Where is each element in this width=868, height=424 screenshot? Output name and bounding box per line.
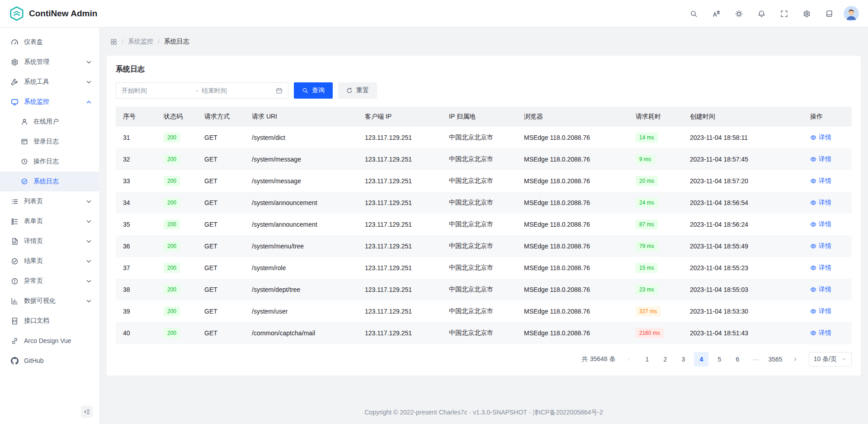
detail-link[interactable]: 详情 (810, 264, 831, 272)
apps-icon[interactable] (110, 38, 117, 45)
reset-button[interactable]: 重置 (338, 82, 377, 99)
status-badge: 200 (164, 198, 180, 208)
sidebar-item-system-logs[interactable]: 系统日志 (0, 172, 99, 191)
sidebar-item-operation-logs[interactable]: 操作日志 (0, 152, 99, 172)
column-header-ip: 客户端 IP (358, 107, 442, 127)
eye-icon (810, 221, 816, 228)
page-button-2[interactable]: 2 (658, 352, 672, 367)
sidebar-item-label: 在线用户 (33, 118, 93, 126)
cell-region: 中国北京北京市 (442, 279, 517, 300)
sidebar-item-login-logs[interactable]: 登录日志 (0, 132, 99, 152)
sidebar-item-exception-page[interactable]: 异常页 (0, 271, 99, 291)
detail-link[interactable]: 详情 (810, 286, 831, 294)
search-button[interactable]: 查询 (294, 82, 333, 99)
tool-icon (11, 78, 19, 86)
cell-uri: /system/dept/tree (245, 279, 358, 300)
sidebar-item-system-management[interactable]: 系统管理 (0, 52, 99, 72)
sidebar-item-online-users[interactable]: 在线用户 (0, 112, 99, 132)
theme-button[interactable] (731, 5, 747, 22)
page-ellipsis[interactable]: ··· (748, 352, 763, 367)
detail-link[interactable]: 详情 (810, 155, 831, 163)
detail-link[interactable]: 详情 (810, 133, 831, 142)
column-header-action: 操作 (803, 107, 852, 127)
result-icon (11, 257, 19, 265)
page-button-3[interactable]: 3 (676, 352, 690, 367)
table-row: 32200GET/system/message123.117.129.251中国… (116, 148, 852, 170)
sidebar-item-dashboard[interactable]: 仪表盘 (0, 32, 99, 52)
sidebar: 仪表盘系统管理系统工具系统监控在线用户登录日志操作日志系统日志列表页表单页详情页… (0, 28, 99, 424)
fullscreen-button[interactable] (776, 5, 792, 22)
brand[interactable]: ContiNew Admin (9, 6, 97, 21)
sidebar-item-label: 结果页 (24, 257, 80, 265)
breadcrumb-separator: / (122, 38, 123, 45)
search-icon (302, 87, 308, 94)
search-button[interactable] (685, 5, 702, 22)
date-range-picker[interactable]: - (116, 82, 288, 99)
detail-link-label: 详情 (819, 199, 831, 207)
cell-method: GET (197, 148, 245, 170)
breadcrumb-separator: / (158, 38, 160, 45)
sidebar-collapse-button[interactable] (81, 406, 93, 418)
column-header-region: IP 归属地 (442, 107, 517, 127)
sidebar-item-github[interactable]: GitHub (0, 351, 99, 371)
start-time-input[interactable] (122, 87, 192, 94)
chevron-down-icon (841, 357, 847, 362)
list-icon (11, 198, 19, 205)
translate-button[interactable] (708, 5, 724, 22)
sidebar-item-detail-page[interactable]: 详情页 (0, 231, 99, 251)
user-avatar[interactable] (844, 6, 859, 21)
sidebar-item-label: 系统日志 (33, 177, 93, 186)
detail-link[interactable]: 详情 (810, 329, 831, 337)
detail-link[interactable]: 详情 (810, 220, 831, 229)
prev-page-button[interactable] (622, 352, 636, 367)
sidebar-item-system-tools[interactable]: 系统工具 (0, 72, 99, 92)
sidebar-item-label: 列表页 (24, 197, 80, 205)
detail-link[interactable]: 详情 (810, 199, 831, 207)
column-header-time: 创建时间 (683, 107, 803, 127)
page-button-3565[interactable]: 3565 (766, 352, 784, 367)
notifications-button[interactable] (753, 5, 769, 22)
breadcrumb-item-monitor[interactable]: 系统监控 (128, 38, 153, 46)
cell-status: 200 (156, 148, 197, 170)
sidebar-item-form-page[interactable]: 表单页 (0, 211, 99, 231)
sidebar-item-list-page[interactable]: 列表页 (0, 191, 99, 211)
sidebar-item-system-monitor[interactable]: 系统监控 (0, 92, 99, 112)
eye-icon (810, 178, 816, 184)
table-row: 37200GET/system/role123.117.129.251中国北京北… (116, 257, 852, 279)
detail-link[interactable]: 详情 (810, 307, 831, 315)
detail-link[interactable]: 详情 (810, 242, 831, 250)
next-page-button[interactable] (788, 352, 802, 367)
sidebar-item-result-page[interactable]: 结果页 (0, 251, 99, 271)
sidebar-item-data-visualization[interactable]: 数据可视化 (0, 291, 99, 311)
cell-time: 2023-11-04 18:55:49 (683, 235, 803, 257)
settings-button[interactable] (798, 5, 815, 22)
end-time-input[interactable] (202, 87, 272, 94)
cell-no: 32 (116, 148, 156, 170)
chart-icon (11, 297, 19, 305)
cell-duration: 24 ms (628, 192, 683, 214)
sidebar-item-api-docs[interactable]: 接口文档 (0, 311, 99, 331)
column-header-no: 序号 (116, 107, 156, 127)
main-content: / 系统监控 / 系统日志 系统日志 - 查询 (99, 28, 868, 424)
detail-link-label: 详情 (819, 133, 831, 142)
page-button-4[interactable]: 4 (694, 352, 708, 367)
fullscreen-icon (780, 10, 788, 18)
page-size-select[interactable]: 10 条/页 (809, 352, 852, 367)
cell-status: 200 (156, 257, 197, 279)
docs-button[interactable] (821, 5, 837, 22)
status-badge: 200 (164, 241, 180, 251)
cell-ip: 123.117.129.251 (358, 322, 442, 344)
cell-region: 中国北京北京市 (442, 235, 517, 257)
system-log-card: 系统日志 - 查询 重置 (107, 56, 861, 376)
cell-time: 2023-11-04 18:55:23 (683, 257, 803, 279)
cell-uri: /system/announcement (245, 214, 358, 235)
page-button-6[interactable]: 6 (730, 352, 745, 367)
sidebar-item-label: 数据可视化 (24, 297, 80, 305)
page-button-1[interactable]: 1 (640, 352, 654, 367)
detail-link[interactable]: 详情 (810, 177, 831, 185)
sidebar-item-arco-design-vue[interactable]: Arco Design Vue (0, 331, 99, 351)
cell-ip: 123.117.129.251 (358, 170, 442, 192)
chevron-down-icon (85, 198, 93, 205)
cell-region: 中国北京北京市 (442, 257, 517, 279)
page-button-5[interactable]: 5 (712, 352, 726, 367)
